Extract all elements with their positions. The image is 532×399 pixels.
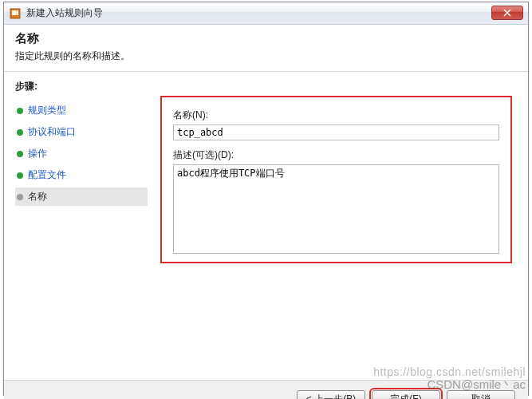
steps-heading: 步骤: xyxy=(15,80,148,93)
step-protocol-port[interactable]: 协议和端口 xyxy=(15,123,148,141)
step-label: 名称 xyxy=(28,190,47,203)
app-icon xyxy=(9,7,22,20)
step-label: 规则类型 xyxy=(28,104,66,117)
wizard-body: 步骤: 规则类型 协议和端口 操作 配置文件 名称 xyxy=(4,72,528,380)
cancel-button[interactable]: 取消 xyxy=(447,390,515,399)
close-icon xyxy=(503,9,511,17)
wizard-header: 名称 指定此规则的名称和描述。 xyxy=(4,25,528,72)
bullet-icon xyxy=(17,151,23,157)
bullet-icon xyxy=(17,129,23,136)
content-pane: 名称(N): 描述(可选)(D): xyxy=(156,72,528,380)
sidebar: 步骤: 规则类型 协议和端口 操作 配置文件 名称 xyxy=(4,72,156,380)
finish-button[interactable]: 完成(F) xyxy=(372,390,440,399)
page-title: 名称 xyxy=(15,31,517,46)
step-label: 配置文件 xyxy=(28,168,66,182)
description-label: 描述(可选)(D): xyxy=(173,148,499,162)
step-label: 协议和端口 xyxy=(28,125,76,139)
step-name[interactable]: 名称 xyxy=(15,188,148,206)
step-label: 操作 xyxy=(28,147,47,160)
bullet-icon xyxy=(17,172,23,179)
titlebar: 新建入站规则向导 xyxy=(4,2,528,25)
window-title: 新建入站规则向导 xyxy=(26,6,103,20)
step-profile[interactable]: 配置文件 xyxy=(15,166,148,184)
step-action[interactable]: 操作 xyxy=(15,144,148,163)
name-label: 名称(N): xyxy=(173,109,499,122)
back-button[interactable]: < 上一步(B) xyxy=(297,390,365,399)
page-subtitle: 指定此规则的名称和描述。 xyxy=(15,49,517,63)
wizard-footer: < 上一步(B) 完成(F) 取消 xyxy=(4,380,528,399)
step-rule-type[interactable]: 规则类型 xyxy=(15,101,148,120)
bullet-icon xyxy=(17,108,23,114)
svg-rect-1 xyxy=(12,10,18,15)
bullet-icon xyxy=(17,194,23,200)
description-input[interactable] xyxy=(173,164,499,254)
name-input[interactable] xyxy=(173,124,499,140)
highlight-frame: 名称(N): 描述(可选)(D): xyxy=(160,96,512,263)
close-button[interactable] xyxy=(491,6,523,20)
wizard-window: 新建入站规则向导 名称 指定此规则的名称和描述。 步骤: 规则类型 协议和端口 … xyxy=(3,2,529,396)
